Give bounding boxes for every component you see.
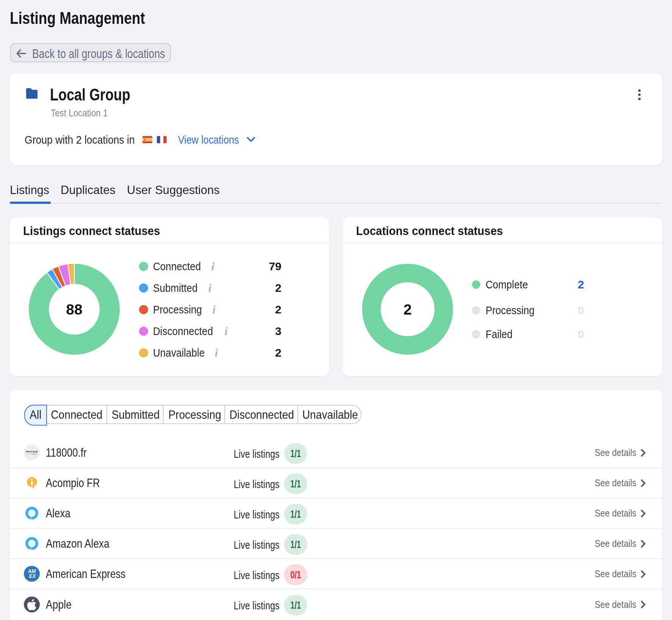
svg-text:PRAT!QUE: PRAT!QUE <box>26 450 38 453</box>
svg-text:EX: EX <box>29 573 36 579</box>
svg-text:l'annuaire 118 000.fr: l'annuaire 118 000.fr <box>26 454 38 455</box>
